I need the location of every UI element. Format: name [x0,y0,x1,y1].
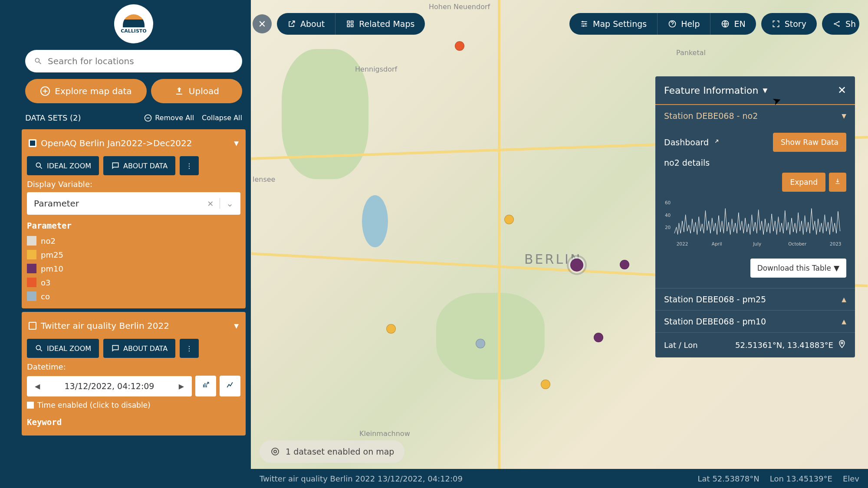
story-button[interactable]: Story [761,13,817,35]
map-marker[interactable] [541,380,550,389]
fp-section-toggle[interactable]: Station DEBE068 - pm10 ▲ [655,311,855,332]
ideal-zoom-button[interactable]: IDEAL ZOOM [27,339,99,358]
search-icon [35,344,43,353]
upload-button[interactable]: Upload [151,79,242,103]
more-options-button[interactable]: ⋮ [180,339,199,358]
fullscreen-icon [772,20,780,28]
clear-icon[interactable]: ✕ [207,199,214,208]
more-options-button[interactable]: ⋮ [180,156,199,175]
map-label: lensee [253,175,275,183]
show-raw-data-button[interactable]: Show Raw Data [773,133,846,152]
map-label: Kleinmachnow [359,429,410,438]
map-label: Hennigsdorf [355,65,397,73]
play-chart-button[interactable] [195,376,216,396]
search-input[interactable] [48,56,233,66]
dataset-checkbox[interactable] [29,322,36,330]
share-icon [832,20,841,28]
dataset-enabled-bar[interactable]: 1 dataset enabled on map [260,440,404,463]
dataset-title-row[interactable]: Twitter air quality Berlin 2022 ▼ [27,317,240,334]
display-variable-select[interactable]: Parameter ✕ ⌄ [27,192,240,215]
dashboard-link[interactable]: Dashboard [664,138,773,147]
map-settings-button[interactable]: Map Settings [569,13,657,35]
chevron-down-icon[interactable]: ▼ [234,140,239,147]
globe-icon [721,20,730,28]
remove-icon [144,114,152,122]
settings-help-lang-group: Map Settings Help EN [569,13,756,35]
plus-circle-icon [40,86,50,96]
select-value: Parameter [34,198,207,209]
about-button[interactable]: About [277,13,335,35]
close-panel-button[interactable]: ✕ [838,84,846,96]
help-button[interactable]: Help [657,13,710,35]
map-marker[interactable] [455,41,464,51]
fp-section-toggle[interactable]: Station DEBE068 - no2 ▼ [655,105,855,127]
datasets-title: DATA SETS (2) [25,113,136,122]
explore-map-data-button[interactable]: Explore map data [25,79,147,103]
datetime-label: Datetime: [27,362,240,371]
chevron-down-icon: ▼ [763,87,767,94]
about-data-button[interactable]: ABOUT DATA [103,339,175,358]
collapse-all-button[interactable]: Collapse All [202,114,242,122]
map-marker-selected[interactable] [570,259,583,272]
chart-svg: 60 40 20 2022 April July October 2023 [664,197,846,249]
external-link-icon [287,20,296,28]
svg-point-26 [274,450,276,453]
feature-panel-title[interactable]: Feature Information ▼ [664,85,838,96]
download-table-button[interactable]: Download this Table ▼ [750,259,846,278]
chevron-down-icon: ▼ [842,112,846,119]
about-related-group: About Related Maps [277,13,425,35]
svg-text:October: October [788,242,807,247]
svg-rect-4 [348,21,350,23]
share-button[interactable]: Sh [822,13,859,35]
chevron-down-icon[interactable]: ▼ [234,322,239,329]
expand-chart-button[interactable]: Expand [782,173,825,192]
line-chart-button[interactable] [220,376,240,396]
legend-title: Parameter [27,221,240,230]
keyword-label: Keyword [27,417,240,427]
prev-arrow-icon[interactable]: ◀ [27,376,48,396]
map-marker[interactable] [620,260,629,269]
datetime-stepper[interactable]: ◀ 13/12/2022, 04:12:09 ▶ [27,376,192,396]
svg-point-13 [834,23,835,24]
legend-item-o3: o3 [27,275,240,289]
status-bar: Twitter air quality Berlin 2022 13/12/20… [251,469,868,488]
chevron-down-icon[interactable]: ⌄ [220,198,233,209]
map-label: Hohen Neuendorf [429,3,490,11]
time-enabled-toggle[interactable]: Time enabled (click to disable) [27,401,240,409]
map-marker[interactable] [386,324,396,334]
svg-point-10 [583,25,584,26]
close-icon: ✕ [258,19,266,29]
legend-item-pm25: pm25 [27,248,240,262]
svg-point-3 [36,345,40,350]
svg-text:60: 60 [665,200,671,205]
download-chart-button[interactable] [829,173,846,192]
app-logo: CALLISTO [114,4,153,43]
remove-all-button[interactable]: Remove All [144,114,194,122]
dots-vertical-icon: ⋮ [186,344,193,353]
dataset-name: Twitter air quality Berlin 2022 [41,321,230,331]
chart-subtitle: no2 details [664,158,846,167]
map-marker[interactable] [594,333,603,342]
svg-point-8 [582,21,583,22]
dataset-title-row[interactable]: OpenAQ Berlin Jan2022->Dec2022 ▼ [27,134,240,152]
svg-text:July: July [753,242,761,247]
fp-section-toggle[interactable]: Station DEBE068 - pm25 ▲ [655,288,855,310]
nav-rail [0,0,16,488]
dataset-checkbox[interactable] [29,139,36,147]
map-marker[interactable] [476,339,485,348]
location-pin-icon[interactable] [838,340,846,350]
next-arrow-icon[interactable]: ▶ [171,376,192,396]
datasets-header: DATA SETS (2) Remove All Collapse All [16,110,251,126]
svg-text:20: 20 [665,225,671,230]
fp-section-pm25: Station DEBE068 - pm25 ▲ [655,288,855,311]
no2-chart: 60 40 20 2022 April July October 2023 [664,195,846,254]
about-data-button[interactable]: ABOUT DATA [103,156,175,175]
map-marker[interactable] [504,215,514,224]
dots-vertical-icon: ⋮ [186,162,193,170]
ideal-zoom-button[interactable]: IDEAL ZOOM [27,156,99,175]
language-button[interactable]: EN [710,13,756,35]
search-box[interactable] [25,50,242,72]
download-icon [834,178,841,185]
related-maps-button[interactable]: Related Maps [335,13,425,35]
close-sidebar-button[interactable]: ✕ [253,14,272,33]
